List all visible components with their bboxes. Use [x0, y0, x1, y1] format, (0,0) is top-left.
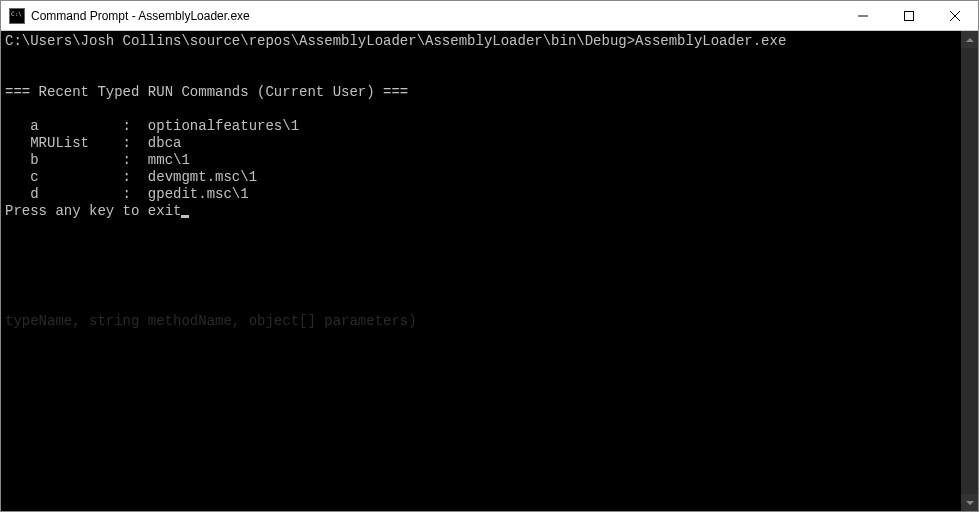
- output-row: c : devmgmt.msc\1: [5, 169, 257, 185]
- output-row: MRUList : dbca: [5, 135, 181, 151]
- output-row: d : gpedit.msc\1: [5, 186, 249, 202]
- window-title: Command Prompt - AssemblyLoader.exe: [31, 9, 840, 23]
- svg-rect-1: [905, 11, 914, 20]
- close-button[interactable]: [932, 1, 978, 30]
- vertical-scrollbar[interactable]: [961, 31, 978, 511]
- prompt-line: C:\Users\Josh Collins\source\repos\Assem…: [5, 33, 786, 49]
- output-row: b : mmc\1: [5, 152, 190, 168]
- cmd-icon: [9, 8, 25, 24]
- background-ghost-text: typeName, string methodName, object[] pa…: [5, 313, 417, 330]
- exit-prompt: Press any key to exit: [5, 203, 181, 219]
- scroll-down-button[interactable]: [961, 494, 978, 511]
- minimize-button[interactable]: [840, 1, 886, 30]
- window-controls: [840, 1, 978, 30]
- window-titlebar[interactable]: Command Prompt - AssemblyLoader.exe: [1, 1, 978, 31]
- output-header: === Recent Typed RUN Commands (Current U…: [5, 84, 408, 100]
- console-output[interactable]: C:\Users\Josh Collins\source\repos\Assem…: [1, 31, 961, 511]
- output-row: a : optionalfeatures\1: [5, 118, 299, 134]
- console-area: C:\Users\Josh Collins\source\repos\Assem…: [1, 31, 978, 511]
- text-cursor: [181, 215, 189, 218]
- maximize-button[interactable]: [886, 1, 932, 30]
- scroll-up-button[interactable]: [961, 31, 978, 48]
